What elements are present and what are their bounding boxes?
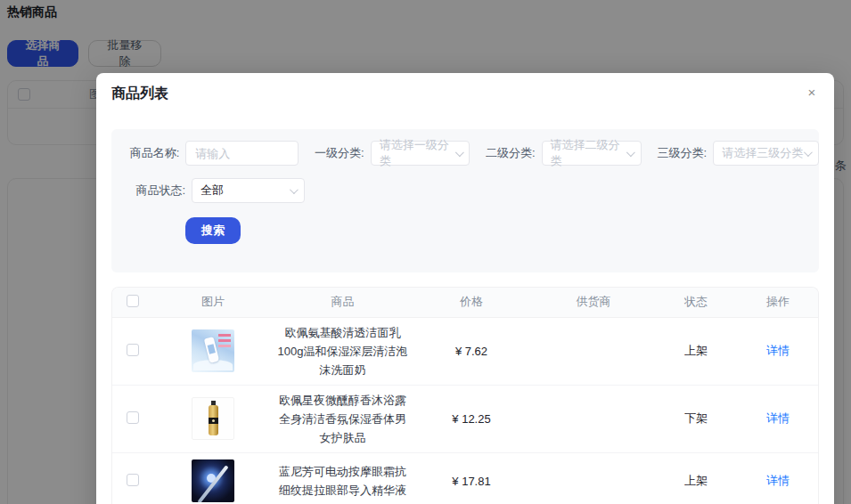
chevron-down-icon: [626, 148, 635, 157]
chevron-down-icon: [290, 185, 299, 194]
product-price: ¥ 7.62: [412, 317, 531, 385]
detail-link[interactable]: 详情: [766, 411, 790, 425]
product-status: 上架: [656, 317, 736, 385]
category3-placeholder: 请选择三级分类: [722, 145, 803, 161]
table-row: 欧佩氨基酸清透洁面乳100g温和保湿深层清洁泡沫洗面奶 ¥ 7.62 上架 详情: [112, 317, 819, 385]
filter-panel: 商品名称: 一级分类: 请选择一级分类 二级分类: 请选择二级分类 三级分类: …: [111, 129, 819, 272]
filter-row-2: 商品状态: 全部: [111, 178, 819, 203]
column-header-product: 商品: [274, 288, 412, 317]
table-header-row: 图片 商品 价格 供货商 状态 操作: [112, 288, 819, 317]
column-header-image: 图片: [152, 288, 274, 317]
product-name-input[interactable]: [185, 141, 299, 166]
product-status: 下架: [656, 385, 736, 452]
product-status-select[interactable]: 全部: [192, 178, 305, 203]
product-table: 图片 商品 价格 供货商 状态 操作 欧佩氨基酸清透洁面乳100g温和保湿深层清…: [111, 287, 819, 504]
category2-label: 二级分类:: [481, 145, 535, 161]
category2-placeholder: 请选择二级分类: [551, 137, 627, 169]
select-all-checkbox[interactable]: [127, 295, 139, 307]
row-checkbox[interactable]: [127, 344, 139, 356]
column-header-supplier: 供货商: [531, 288, 656, 317]
product-thumbnail: [192, 397, 234, 440]
category1-placeholder: 请选择一级分类: [380, 137, 455, 169]
product-supplier: [531, 452, 656, 504]
category3-label: 三级分类:: [653, 145, 707, 161]
product-thumbnail: [192, 329, 234, 372]
table-row: 蓝尼芳可电动按摩眼霜抗细纹提拉眼部导入精华液 ¥ 17.81 上架 详情: [112, 452, 819, 504]
modal-title: 商品列表: [111, 85, 168, 103]
product-price: ¥ 17.81: [412, 452, 531, 504]
product-supplier: [531, 317, 656, 385]
detail-link[interactable]: 详情: [766, 474, 790, 487]
product-price: ¥ 12.25: [412, 385, 531, 452]
row-checkbox[interactable]: [127, 411, 139, 424]
chevron-down-icon: [804, 148, 813, 157]
filter-row-1: 商品名称: 一级分类: 请选择一级分类 二级分类: 请选择二级分类 三级分类: …: [111, 141, 819, 166]
product-name: 欧佩氨基酸清透洁面乳100g温和保湿深层清洁泡沫洗面奶: [274, 317, 412, 385]
product-status: 上架: [656, 452, 736, 504]
column-header-action: 操作: [736, 288, 819, 317]
product-name: 蓝尼芳可电动按摩眼霜抗细纹提拉眼部导入精华液: [274, 452, 412, 504]
category1-select[interactable]: 请选择一级分类: [371, 141, 470, 166]
detail-link[interactable]: 详情: [766, 344, 790, 357]
product-status-label: 商品状态:: [116, 183, 185, 199]
product-status-value: 全部: [200, 183, 224, 199]
search-button[interactable]: 搜索: [185, 217, 241, 244]
table-row: 欧佩星夜微醺醇香沐浴露全身清洁香氛保湿香体男女护肤品 ¥ 12.25 下架 详情: [112, 385, 819, 452]
column-header-price: 价格: [412, 288, 531, 317]
screen: 热销商品 选择商品 批量移除 图片 共 16 条 商品列表 × 商品名称: 一级…: [0, 0, 851, 504]
chevron-down-icon: [454, 148, 463, 157]
column-header-status: 状态: [656, 288, 736, 317]
category3-select[interactable]: 请选择三级分类: [713, 141, 819, 166]
close-icon[interactable]: ×: [802, 82, 822, 102]
product-supplier: [531, 385, 656, 452]
product-list-modal: 商品列表 × 商品名称: 一级分类: 请选择一级分类 二级分类: 请选择二级分类…: [96, 73, 834, 504]
category1-label: 一级分类:: [310, 145, 364, 161]
product-name-label: 商品名称:: [116, 145, 179, 161]
category2-select[interactable]: 请选择二级分类: [542, 141, 642, 166]
product-thumbnail: [192, 459, 234, 502]
product-name: 欧佩星夜微醺醇香沐浴露全身清洁香氛保湿香体男女护肤品: [274, 385, 412, 452]
row-checkbox[interactable]: [127, 474, 139, 486]
